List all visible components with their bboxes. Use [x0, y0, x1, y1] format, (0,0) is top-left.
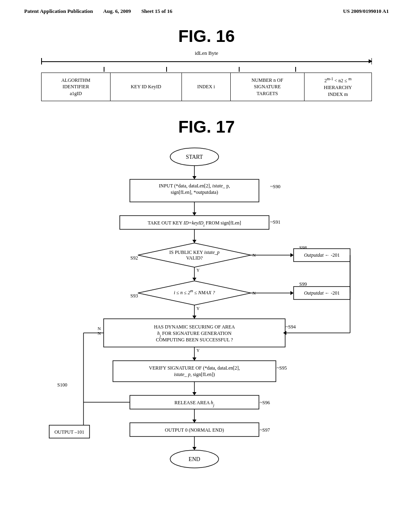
- s92-text-line2: VALID?: [186, 255, 202, 261]
- fig17-container: FIG. 17 START INPUT (*data, dataLen[2], …: [41, 117, 372, 532]
- fig16-table: ALGORITHMIDENTIFIERa1gID KEY ID KeyID IN…: [41, 73, 372, 101]
- svg-marker-30: [192, 420, 196, 423]
- svg-marker-17: [290, 291, 294, 295]
- s94-line1: HAS DYNAMIC SECURING OF AREA: [154, 324, 235, 330]
- s99-outputdat: Outputdat ← -201: [304, 290, 340, 296]
- fig17-title: FIG. 17: [41, 117, 372, 137]
- end-label: END: [189, 456, 200, 462]
- fig16-title: FIG. 16: [41, 27, 372, 46]
- table-cell-keyid: KEY ID KeyID: [110, 73, 181, 101]
- start-label: START: [186, 154, 203, 160]
- n-label-s94: N: [98, 326, 101, 331]
- svg-marker-20: [192, 316, 196, 319]
- flowchart: START INPUT (*data, dataLen[2], istate_ …: [41, 141, 372, 532]
- s98-outputdat: Outputdat ← -201: [304, 252, 340, 258]
- s92-text-line1: IS PUBLIC KEY istate_p: [169, 249, 220, 255]
- svg-marker-5: [192, 212, 196, 216]
- svg-marker-33: [192, 447, 196, 450]
- header-right: US 2009/0199010 A1: [343, 8, 389, 15]
- table-cell-hierarchy: 2m-1 < n2 ≤ mHIERARCHYINDEX m: [304, 73, 371, 101]
- y-s92: Y: [196, 268, 200, 272]
- svg-marker-23: [192, 357, 196, 361]
- svg-marker-14: [192, 278, 196, 281]
- table-cell-algorithm: ALGORITHMIDENTIFIERa1gID: [42, 73, 111, 101]
- s97-text: OUTPUT 0 (NORMAL END): [165, 427, 224, 433]
- s96-label: ~S96: [260, 400, 270, 405]
- header-left: Patent Application Publication Aug. 6, 2…: [24, 8, 172, 15]
- s97-label: ~S97: [260, 427, 270, 433]
- s95-label: ~S95: [277, 365, 287, 371]
- svg-rect-24: [113, 361, 276, 382]
- s94-line3: COMPUTING BEEN SUCCESSFUL ?: [156, 337, 233, 343]
- s100-label: S100: [57, 382, 67, 388]
- table-cell-number: NUMBER n OFSIGNATURETARGETS: [230, 73, 304, 101]
- idlen-label: idLen Byte: [41, 50, 372, 56]
- svg-marker-8: [192, 240, 196, 243]
- y-s93: Y: [196, 306, 200, 311]
- s93-label: S93: [130, 293, 138, 299]
- n-s94: N: [98, 331, 101, 336]
- s95-line2: istate_ p, sign[fLen]): [174, 372, 215, 377]
- s92-label: S92: [130, 255, 138, 261]
- fig16-container: FIG. 16 idLen Byte ALGORITHMIDENTIFIERa1…: [41, 27, 372, 101]
- s95-line1: VERIFY SIGNATURE OF (*data, dataLen[2],: [149, 365, 240, 371]
- svg-marker-11: [290, 253, 294, 257]
- table-cell-index: INDEX i: [181, 73, 230, 101]
- s93-text: i ≤ n ≤ 2m ≤ NMAX ?: [174, 289, 215, 296]
- page-header: Patent Application Publication Aug. 6, 2…: [24, 8, 389, 15]
- svg-marker-2: [192, 176, 196, 179]
- s90-text-line2: sign[fLen], *outputdata): [171, 189, 218, 195]
- s91-label: ~S91: [270, 219, 280, 225]
- s94-label: ~S94: [286, 324, 296, 330]
- s90-label: ~S90: [270, 184, 280, 189]
- s90-text-line1: INPUT (*data, dataLen[2], istate_ p,: [159, 183, 230, 189]
- y-s94: Y: [196, 348, 200, 353]
- s101-text: OUTPUT –101: [54, 429, 84, 435]
- s99-label: S99: [299, 281, 307, 287]
- svg-marker-26: [192, 392, 196, 395]
